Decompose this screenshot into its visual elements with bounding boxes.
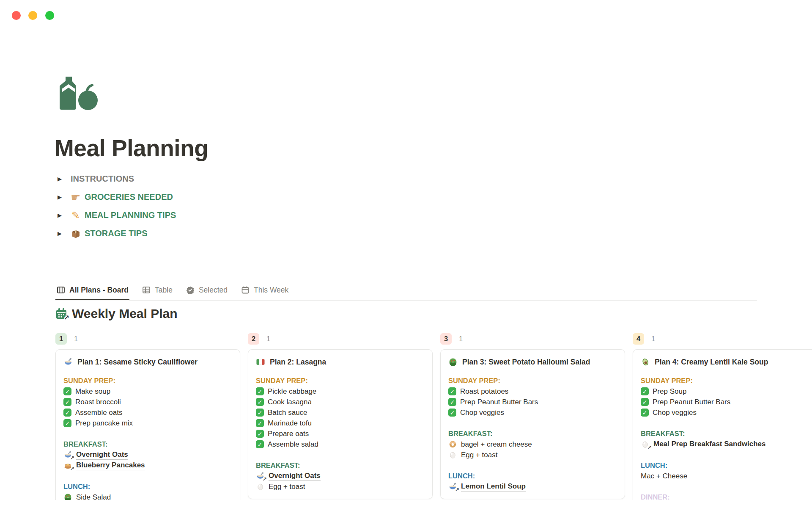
blank-line: [641, 418, 809, 428]
board-columns: 11Plan 1: Sesame Sticky CauliflowerSUNDA…: [55, 333, 812, 508]
checked-checkbox-icon: ✓: [448, 409, 456, 417]
section-label: LUNCH:: [448, 471, 617, 481]
calendar-icon: [241, 285, 250, 295]
item-text: Prepare oats: [268, 430, 309, 438]
tab-label: Table: [155, 286, 173, 295]
tab-this-week[interactable]: This Week: [240, 281, 289, 300]
card-item: Mac + Cheese: [641, 471, 809, 481]
recipe-page-link[interactable]: Blueberry Pancakes: [76, 461, 145, 470]
zoom-button[interactable]: [45, 11, 54, 20]
card-item: ✓Chop veggies: [641, 407, 809, 418]
toggle-section-meal-planning-tips[interactable]: ▶✎MEAL PLANNING TIPS: [58, 206, 176, 224]
meal-plan-card[interactable]: Plan 3: Sweet Potato Halloumi SaladSUNDA…: [440, 349, 625, 499]
toggle-section-storage-tips[interactable]: ▶STORAGE TIPS: [58, 224, 176, 243]
card-count: 1: [266, 335, 270, 343]
toggle-triangle-icon[interactable]: ▶: [58, 176, 71, 182]
bowl-with-spoon-icon: [63, 357, 73, 367]
page-title: Meal Planning: [55, 135, 208, 162]
item-text: Prep pancake mix: [75, 419, 133, 428]
card-title-text: Plan 3: Sweet Potato Halloumi Salad: [462, 358, 590, 367]
toggle-label: GROCERIES NEEDED: [85, 192, 173, 202]
card-item: ✓Prep Soup: [641, 386, 809, 397]
checked-checkbox-icon: ✓: [63, 409, 71, 417]
card-item: ✓Roast potatoes: [448, 386, 617, 397]
card-item: Egg + toast: [448, 450, 617, 460]
toggle-section-groceries-needed[interactable]: ▶☛GROCERIES NEEDED: [58, 188, 176, 206]
section-label: BREAKFAST:: [256, 460, 425, 471]
italy-flag-icon: [256, 357, 265, 367]
item-text: Make soup: [75, 387, 110, 396]
item-text: Marinade tofu: [268, 419, 312, 428]
pancakes-icon: ↗: [63, 461, 72, 470]
column-header: 11: [55, 333, 240, 345]
checked-checkbox-icon: ✓: [256, 387, 264, 395]
card-title-text: Plan 1: Sesame Sticky Cauliflower: [77, 358, 198, 367]
pencil-icon: ✎: [71, 210, 85, 221]
card-item: ✓Prep Peanut Butter Bars: [448, 397, 617, 407]
board-column-3: 31Plan 3: Sweet Potato Halloumi SaladSUN…: [440, 333, 625, 499]
blank-line: [256, 450, 425, 460]
blank-line: [63, 471, 232, 481]
toggle-label: MEAL PLANNING TIPS: [85, 210, 176, 220]
tab-table[interactable]: Table: [141, 281, 173, 300]
recipe-page-link[interactable]: Lemon Lentil Soup: [461, 482, 526, 491]
group-badge: 3: [440, 333, 452, 345]
section-label: BREAKFAST:: [63, 439, 232, 450]
item-text: Assemble oats: [75, 409, 123, 417]
card-item: ↗Overnight Oats: [63, 450, 232, 460]
avocado-icon: [641, 357, 650, 367]
group-badge: 2: [248, 333, 259, 345]
grocery-bag-and-apple-icon[interactable]: [56, 76, 99, 111]
checked-checkbox-icon: ✓: [63, 398, 71, 406]
item-text: bagel + cream cheese: [461, 440, 532, 449]
toggle-triangle-icon[interactable]: ▶: [58, 194, 71, 200]
egg-icon: [256, 482, 265, 491]
item-text: Cook lasagna: [268, 398, 312, 406]
tab-all-plans-board[interactable]: All Plans - Board: [55, 281, 129, 300]
toggle-triangle-icon[interactable]: ▶: [58, 230, 71, 237]
card-count: 1: [459, 335, 463, 343]
meal-plan-card[interactable]: Plan 4: Creamy Lentil Kale SoupSUNDAY PR…: [633, 349, 812, 508]
egg-icon: ↗: [641, 440, 650, 449]
recipe-page-link[interactable]: Overnight Oats: [76, 450, 128, 460]
view-tabs: All Plans - BoardTableSelectedThis Week: [55, 281, 757, 301]
sub-page-arrow-icon: ↗: [70, 465, 74, 472]
salad-icon: [448, 357, 458, 367]
item-text: Roast broccoli: [75, 398, 121, 406]
close-button[interactable]: [12, 11, 21, 20]
meal-plan-card[interactable]: Plan 2: LasagnaSUNDAY PREP:✓Pickle cabba…: [248, 349, 433, 499]
tab-selected[interactable]: Selected: [185, 281, 228, 300]
board-view-icon: [56, 285, 66, 295]
board-title-text: Weekly Meal Plan: [72, 306, 178, 321]
checked-checkbox-icon: ✓: [448, 398, 456, 406]
linked-calendar-icon: ↗: [55, 308, 67, 320]
meal-plan-card[interactable]: Plan 1: Sesame Sticky CauliflowerSUNDAY …: [55, 349, 240, 508]
checked-checkbox-icon: ✓: [641, 398, 649, 406]
toggle-section-instructions[interactable]: ▶INSTRUCTIONS: [58, 170, 176, 188]
blank-line: [63, 428, 232, 439]
sub-page-arrow-icon: ↗: [263, 476, 267, 482]
bagel-icon: [448, 440, 457, 449]
item-text: Mac + Cheese: [641, 472, 687, 480]
checked-checkbox-icon: ✓: [641, 409, 649, 417]
card-item: ✓Pickle cabbage: [256, 386, 425, 397]
board-title[interactable]: ↗ Weekly Meal Plan: [55, 306, 178, 321]
tab-label: Selected: [199, 286, 228, 295]
group-badge: 4: [633, 333, 644, 345]
item-text: Prep Peanut Butter Bars: [460, 398, 538, 406]
minimize-button[interactable]: [28, 11, 37, 20]
card-item: ✓Prep Peanut Butter Bars: [641, 397, 809, 407]
section-label: SUNDAY PREP:: [63, 375, 232, 386]
section-label: BREAKFAST:: [448, 428, 617, 439]
section-label: LUNCH:: [641, 460, 809, 471]
package-icon: [71, 229, 81, 239]
card-item: ✓Chop veggies: [448, 407, 617, 418]
package-icon: [71, 229, 85, 239]
card-item: ✓Make soup: [63, 386, 232, 397]
recipe-page-link[interactable]: Meal Prep Breakfast Sandwiches: [653, 440, 766, 449]
toggle-triangle-icon[interactable]: ▶: [58, 212, 71, 218]
recipe-page-link[interactable]: Overnight Oats: [269, 472, 321, 481]
item-text: Chop veggies: [653, 409, 697, 417]
item-text: Prep Peanut Butter Bars: [653, 398, 730, 406]
card-item: ✓Cook lasagna: [256, 397, 425, 407]
